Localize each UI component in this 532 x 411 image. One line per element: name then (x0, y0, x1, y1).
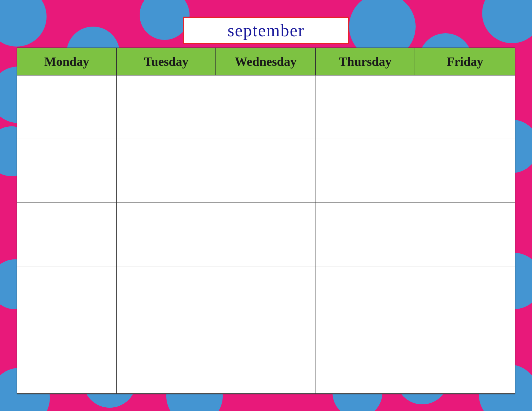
table-row[interactable] (415, 75, 515, 139)
table-row[interactable] (17, 75, 117, 139)
table-row[interactable] (17, 203, 117, 266)
table-row[interactable] (316, 203, 415, 266)
header-friday: Friday (415, 48, 515, 75)
table-row[interactable] (17, 139, 117, 203)
table-row[interactable] (216, 203, 316, 266)
header-wednesday: Wednesday (216, 48, 316, 75)
table-row[interactable] (316, 266, 415, 330)
header-tuesday: Tuesday (117, 48, 216, 75)
month-title: september (227, 21, 305, 40)
title-box: september (183, 17, 349, 44)
table-row[interactable] (316, 139, 415, 203)
table-row[interactable] (415, 203, 515, 266)
table-row[interactable] (117, 139, 216, 203)
table-row[interactable] (316, 330, 415, 394)
table-row[interactable] (17, 330, 117, 394)
table-row[interactable] (117, 330, 216, 394)
header-monday: Monday (17, 48, 117, 75)
day-headers: Monday Tuesday Wednesday Thursday Friday (17, 48, 515, 75)
table-row[interactable] (216, 266, 316, 330)
table-row[interactable] (415, 330, 515, 394)
calendar-grid (17, 75, 515, 394)
table-row[interactable] (216, 75, 316, 139)
table-row[interactable] (216, 139, 316, 203)
table-row[interactable] (117, 203, 216, 266)
table-row[interactable] (415, 139, 515, 203)
table-row[interactable] (117, 266, 216, 330)
calendar-container: Monday Tuesday Wednesday Thursday Friday (17, 48, 515, 394)
table-row[interactable] (216, 330, 316, 394)
table-row[interactable] (316, 75, 415, 139)
header-thursday: Thursday (316, 48, 415, 75)
table-row[interactable] (117, 75, 216, 139)
page-wrapper: september Monday Tuesday Wednesday Thurs… (17, 17, 515, 394)
table-row[interactable] (415, 266, 515, 330)
table-row[interactable] (17, 266, 117, 330)
